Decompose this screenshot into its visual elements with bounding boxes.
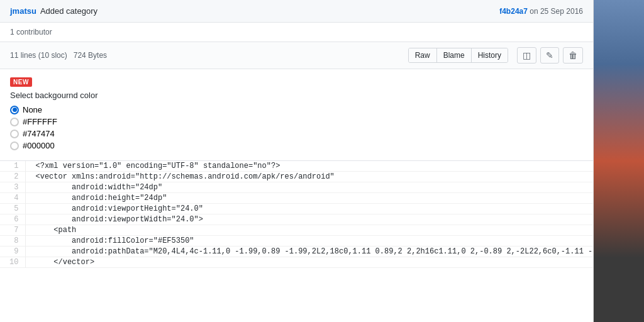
file-sloc: (10 sloc) bbox=[38, 51, 67, 60]
line-number: 5 bbox=[0, 204, 25, 214]
line-code: <vector xmlns:android="http://schemas.an… bbox=[25, 172, 593, 182]
view-mode-buttons: Raw Blame History bbox=[408, 48, 508, 63]
table-row: 4 android:height="24dp" bbox=[0, 193, 593, 204]
edit-icon-button[interactable]: ✎ bbox=[540, 47, 559, 64]
line-number: 6 bbox=[0, 214, 25, 225]
line-code: <?xml version="1.0" encoding="UTF-8" sta… bbox=[25, 161, 593, 172]
file-lines: 11 lines bbox=[10, 51, 36, 60]
radio-inner-none bbox=[13, 108, 17, 112]
new-badge: NEW bbox=[10, 77, 32, 87]
contributors-count: 1 contributor bbox=[10, 28, 52, 36]
desktop-icon-button[interactable]: ◫ bbox=[517, 47, 536, 64]
color-label-ffffff: #FFFFFF bbox=[23, 117, 57, 126]
commit-date: on 25 Sep 2016 bbox=[530, 7, 583, 16]
line-number: 10 bbox=[0, 257, 25, 268]
color-option-none[interactable]: None bbox=[10, 105, 583, 114]
delete-icon-button[interactable]: 🗑 bbox=[563, 47, 583, 64]
line-number: 3 bbox=[0, 182, 25, 193]
table-row: 7 <path bbox=[0, 225, 593, 236]
table-row: 9 android:pathData="M20,4L4,4c-1.11,0 -1… bbox=[0, 247, 593, 257]
color-option-747474[interactable]: #747474 bbox=[10, 129, 583, 138]
radio-000000[interactable] bbox=[10, 142, 19, 150]
table-row: 3 android:width="24dp" bbox=[0, 182, 593, 193]
table-row: 2<vector xmlns:android="http://schemas.a… bbox=[0, 172, 593, 182]
commit-message: Added category bbox=[40, 6, 97, 16]
color-label-000000: #000000 bbox=[23, 141, 55, 150]
color-option-000000[interactable]: #000000 bbox=[10, 141, 583, 150]
radio-none[interactable] bbox=[10, 106, 19, 114]
file-actions: Raw Blame History ◫ ✎ 🗑 bbox=[408, 47, 583, 64]
history-button[interactable]: History bbox=[472, 48, 508, 62]
line-code: android:pathData="M20,4L4,4c-1.11,0 -1.9… bbox=[25, 247, 593, 257]
file-info-row: 11 lines (10 sloc) 724 Bytes Raw Blame H… bbox=[0, 42, 593, 69]
line-number: 4 bbox=[0, 193, 25, 204]
line-number: 1 bbox=[0, 161, 25, 172]
line-code: android:viewportHeight="24.0" bbox=[25, 204, 593, 214]
color-label-none: None bbox=[23, 105, 42, 114]
table-row: 5 android:viewportHeight="24.0" bbox=[0, 204, 593, 214]
sidebar-background bbox=[594, 0, 644, 322]
commit-author-info: jmatsu Added category bbox=[10, 6, 97, 16]
color-label-747474: #747474 bbox=[23, 129, 55, 138]
code-table: 1<?xml version="1.0" encoding="UTF-8" st… bbox=[0, 161, 593, 268]
color-option-ffffff[interactable]: #FFFFFF bbox=[10, 117, 583, 126]
line-code: android:width="24dp" bbox=[25, 182, 593, 193]
radio-747474[interactable] bbox=[10, 130, 19, 138]
commit-username[interactable]: jmatsu bbox=[10, 6, 36, 16]
color-selector-title: Select backgournd color bbox=[10, 91, 583, 100]
code-container: 1<?xml version="1.0" encoding="UTF-8" st… bbox=[0, 161, 593, 268]
line-code: </vector> bbox=[25, 257, 593, 268]
line-number: 7 bbox=[0, 225, 25, 236]
commit-header: jmatsu Added category f4b24a7 on 25 Sep … bbox=[0, 0, 593, 23]
table-row: 8 android:fillColor="#EF5350" bbox=[0, 236, 593, 247]
table-row: 6 android:viewportWidth="24.0"> bbox=[0, 214, 593, 225]
table-row: 10 </vector> bbox=[0, 257, 593, 268]
line-code: android:fillColor="#EF5350" bbox=[25, 236, 593, 247]
color-selector-area: NEW Select backgournd color None #FFFFFF… bbox=[0, 69, 593, 161]
raw-button[interactable]: Raw bbox=[409, 48, 437, 62]
line-number: 9 bbox=[0, 247, 25, 257]
blame-button[interactable]: Blame bbox=[437, 48, 472, 62]
line-code: <path bbox=[25, 225, 593, 236]
commit-meta: f4b24a7 on 25 Sep 2016 bbox=[499, 7, 583, 16]
contributors-row: 1 contributor bbox=[0, 23, 593, 42]
line-code: android:height="24dp" bbox=[25, 193, 593, 204]
line-code: android:viewportWidth="24.0"> bbox=[25, 214, 593, 225]
commit-sha[interactable]: f4b24a7 bbox=[499, 7, 528, 16]
line-number: 8 bbox=[0, 236, 25, 247]
file-stats: 11 lines (10 sloc) 724 Bytes bbox=[10, 51, 107, 60]
line-number: 2 bbox=[0, 172, 25, 182]
file-size: 724 Bytes bbox=[74, 51, 107, 60]
table-row: 1<?xml version="1.0" encoding="UTF-8" st… bbox=[0, 161, 593, 172]
radio-ffffff[interactable] bbox=[10, 118, 19, 126]
